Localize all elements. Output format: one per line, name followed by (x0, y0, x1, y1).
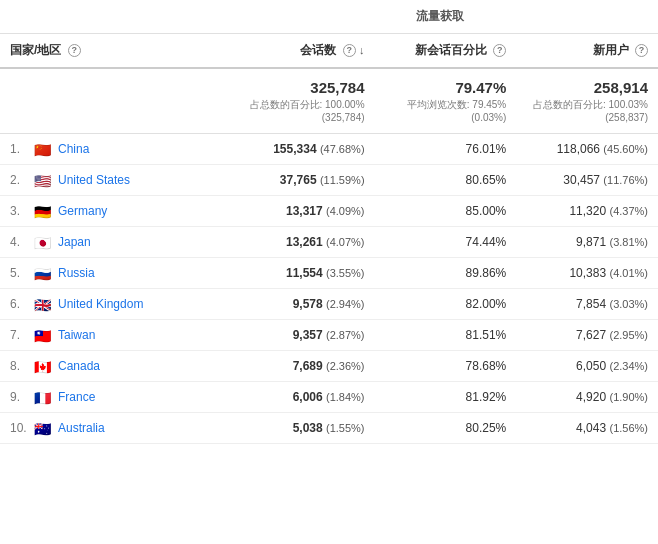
row-rank: 7. (10, 328, 28, 342)
new-users-value: 7,854 (576, 297, 606, 311)
sort-arrow[interactable]: ↓ (359, 44, 365, 56)
sessions-cell: 9,357 (2.87%) (223, 320, 375, 351)
new-users-value: 6,050 (576, 359, 606, 373)
new-users-value: 118,066 (557, 142, 600, 156)
new-users-value: 30,457 (563, 173, 600, 187)
sessions-pct: (1.84%) (326, 391, 365, 403)
sessions-cell: 13,317 (4.09%) (223, 196, 375, 227)
new-users-cell: 11,320 (4.37%) (516, 196, 658, 227)
new-users-value: 9,871 (576, 235, 606, 249)
new-pct-value: 74.44% (466, 235, 507, 249)
country-name-link[interactable]: Germany (58, 204, 107, 218)
country-flag: 🇨🇦 (34, 360, 52, 373)
totals-sessions-cell: 325,784 占总数的百分比: 100.00% (325,784) (223, 68, 375, 134)
row-rank: 5. (10, 266, 28, 280)
new-users-cell: 9,871 (3.81%) (516, 227, 658, 258)
new-pct-value: 80.25% (466, 421, 507, 435)
country-name-link[interactable]: United Kingdom (58, 297, 143, 311)
new-users-pct: (45.60%) (603, 143, 648, 155)
new-users-cell: 30,457 (11.76%) (516, 165, 658, 196)
country-flag: 🇨🇳 (34, 143, 52, 156)
country-name-link[interactable]: Japan (58, 235, 91, 249)
new-pct-value: 89.86% (466, 266, 507, 280)
table-row: 7. 🇹🇼 Taiwan 9,357 (2.87%) 81.51% 7,627 … (0, 320, 658, 351)
country-flag: 🇦🇺 (34, 422, 52, 435)
country-cell: 6. 🇬🇧 United Kingdom (0, 289, 223, 320)
country-cell: 2. 🇺🇸 United States (0, 165, 223, 196)
new-pct-value: 81.51% (466, 328, 507, 342)
sessions-pct: (47.68%) (320, 143, 365, 155)
country-name-link[interactable]: France (58, 390, 95, 404)
new-users-pct: (2.95%) (609, 329, 648, 341)
sessions-pct: (3.55%) (326, 267, 365, 279)
country-name-link[interactable]: Taiwan (58, 328, 95, 342)
country-cell: 5. 🇷🇺 Russia (0, 258, 223, 289)
sessions-value: 13,261 (286, 235, 323, 249)
new-pct-cell: 76.01% (375, 134, 517, 165)
totals-new-users-value: 258,914 (526, 79, 648, 96)
country-help-icon[interactable]: ? (68, 44, 81, 57)
sessions-pct: (2.94%) (326, 298, 365, 310)
country-cell: 9. 🇫🇷 France (0, 382, 223, 413)
country-cell: 10. 🇦🇺 Australia (0, 413, 223, 444)
country-name-link[interactable]: Australia (58, 421, 105, 435)
new-users-pct: (2.34%) (609, 360, 648, 372)
sessions-help-icon[interactable]: ? (343, 44, 356, 57)
sessions-pct: (4.07%) (326, 236, 365, 248)
country-cell: 1. 🇨🇳 China (0, 134, 223, 165)
sessions-value: 13,317 (286, 204, 323, 218)
new-users-cell: 7,627 (2.95%) (516, 320, 658, 351)
country-name-link[interactable]: United States (58, 173, 130, 187)
table-row: 8. 🇨🇦 Canada 7,689 (2.36%) 78.68% 6,050 … (0, 351, 658, 382)
country-cell: 7. 🇹🇼 Taiwan (0, 320, 223, 351)
col-sessions-header: 会话数 ? ↓ (223, 34, 375, 69)
totals-new-users-sub: 占总数的百分比: 100.03% (258,837) (526, 98, 648, 123)
country-cell: 3. 🇩🇪 Germany (0, 196, 223, 227)
table-row: 3. 🇩🇪 Germany 13,317 (4.09%) 85.00% 11,3… (0, 196, 658, 227)
row-rank: 1. (10, 142, 28, 156)
new-users-value: 4,043 (576, 421, 606, 435)
table-row: 6. 🇬🇧 United Kingdom 9,578 (2.94%) 82.00… (0, 289, 658, 320)
new-users-value: 7,627 (576, 328, 606, 342)
table-row: 10. 🇦🇺 Australia 5,038 (1.55%) 80.25% 4,… (0, 413, 658, 444)
new-users-pct: (1.56%) (609, 422, 648, 434)
new-pct-value: 80.65% (466, 173, 507, 187)
new-users-pct: (4.37%) (609, 205, 648, 217)
section-header-row: 流量获取 (0, 0, 658, 34)
new-users-help-icon[interactable]: ? (635, 44, 648, 57)
new-users-pct: (3.03%) (609, 298, 648, 310)
totals-new-users-cell: 258,914 占总数的百分比: 100.03% (258,837) (516, 68, 658, 134)
new-pct-value: 85.00% (466, 204, 507, 218)
sessions-value: 9,578 (293, 297, 323, 311)
country-flag: 🇷🇺 (34, 267, 52, 280)
new-pct-value: 76.01% (466, 142, 507, 156)
new-pct-cell: 81.51% (375, 320, 517, 351)
totals-country-cell (0, 68, 223, 134)
row-rank: 6. (10, 297, 28, 311)
new-users-cell: 118,066 (45.60%) (516, 134, 658, 165)
col-country-header: 国家/地区 ? (0, 34, 223, 69)
country-name-link[interactable]: China (58, 142, 89, 156)
totals-row: 325,784 占总数的百分比: 100.00% (325,784) 79.47… (0, 68, 658, 134)
country-name-link[interactable]: Canada (58, 359, 100, 373)
column-headers-row: 国家/地区 ? 会话数 ? ↓ 新会话百分比 ? 新用户 ? (0, 34, 658, 69)
new-pct-cell: 74.44% (375, 227, 517, 258)
country-flag: 🇺🇸 (34, 174, 52, 187)
sessions-cell: 11,554 (3.55%) (223, 258, 375, 289)
row-rank: 2. (10, 173, 28, 187)
new-users-value: 11,320 (569, 204, 606, 218)
new-pct-help-icon[interactable]: ? (493, 44, 506, 57)
totals-new-pct-value: 79.47% (385, 79, 507, 96)
country-cell: 8. 🇨🇦 Canada (0, 351, 223, 382)
sessions-cell: 155,334 (47.68%) (223, 134, 375, 165)
country-name-link[interactable]: Russia (58, 266, 95, 280)
sessions-value: 11,554 (286, 266, 323, 280)
table-row: 1. 🇨🇳 China 155,334 (47.68%) 76.01% 118,… (0, 134, 658, 165)
row-rank: 8. (10, 359, 28, 373)
new-users-cell: 10,383 (4.01%) (516, 258, 658, 289)
sessions-value: 6,006 (293, 390, 323, 404)
new-users-value: 4,920 (576, 390, 606, 404)
new-users-cell: 4,920 (1.90%) (516, 382, 658, 413)
new-users-value: 10,383 (569, 266, 606, 280)
sessions-value: 37,765 (280, 173, 317, 187)
